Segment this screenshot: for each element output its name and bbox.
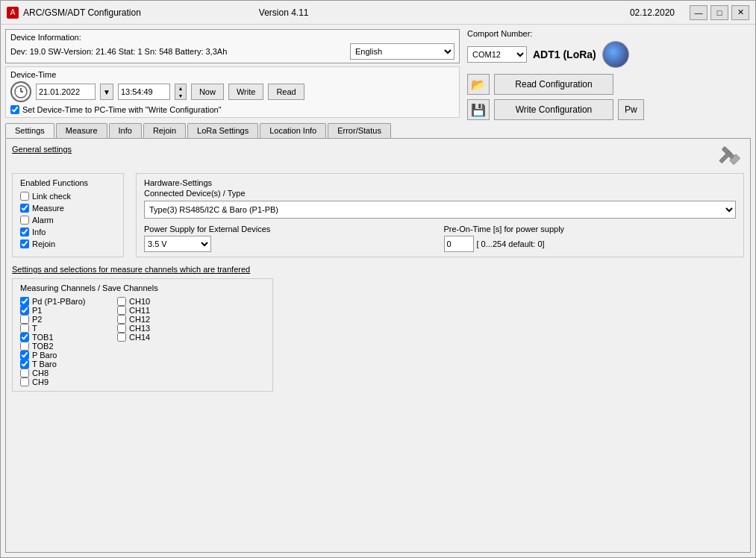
tab-content-settings: General settings Ena xyxy=(5,139,751,553)
rejoin-cb[interactable] xyxy=(20,239,29,248)
chan-ch8-label: CH8 xyxy=(32,369,49,377)
main-window: A ARC/GSM/ADT Configuration Version 4.11… xyxy=(0,0,756,558)
chan-pbaro-cb[interactable] xyxy=(20,351,29,360)
device-type-select[interactable]: Type(3) RS485/I2C & Baro (P1-PB) xyxy=(144,201,736,219)
link-check-label: Link check xyxy=(32,192,71,201)
channels-grid: Pd (P1-PBaro) P1 P2 T xyxy=(20,297,265,386)
left-channels: Pd (P1-PBaro) P1 P2 T xyxy=(20,297,110,386)
check-measure: Measure xyxy=(20,204,116,213)
tabs-bar: Settings Measure Info Rejoin LoRa Settin… xyxy=(5,123,751,139)
language-select[interactable]: English Deutsch Français xyxy=(350,43,454,60)
version-label: Version 4.11 xyxy=(154,7,414,18)
clock-icon xyxy=(10,81,31,102)
chan-ch12: CH12 xyxy=(117,315,207,324)
general-settings-header: General settings xyxy=(12,145,744,173)
read-config-button[interactable]: Read Configuration xyxy=(494,74,613,95)
read-button[interactable]: Read xyxy=(268,84,304,100)
time-input[interactable]: 13:54:49 xyxy=(118,84,170,100)
link-check-cb[interactable] xyxy=(20,192,29,201)
set-time-label: Set Device-Time to PC-Time with "Write C… xyxy=(22,105,222,114)
device-time-row: 21.01.2022 ▼ 13:54:49 ▲ ▼ Now Write Read xyxy=(10,81,454,102)
check-info: Info xyxy=(20,228,116,236)
read-config-row: 📂 Read Configuration xyxy=(467,74,751,95)
close-button[interactable]: ✕ xyxy=(731,5,749,20)
measure-label: Measure xyxy=(32,204,64,213)
minimize-button[interactable]: — xyxy=(690,5,707,20)
chan-tbaro-cb[interactable] xyxy=(20,360,29,369)
date-input[interactable]: 21.01.2022 xyxy=(36,84,96,100)
open-folder-icon[interactable]: 📂 xyxy=(467,74,490,95)
chan-ch12-cb[interactable] xyxy=(117,315,126,324)
device-info-label: Device Information: xyxy=(10,33,454,42)
pw-button[interactable]: Pw xyxy=(618,99,644,120)
maximize-button[interactable]: □ xyxy=(710,5,728,20)
chan-tob1: TOB1 xyxy=(20,333,110,342)
chan-tob2-cb[interactable] xyxy=(20,342,29,351)
chan-p1: P1 xyxy=(20,306,110,315)
now-button[interactable]: Now xyxy=(191,84,224,100)
calendar-btn[interactable]: ▼ xyxy=(100,84,113,100)
chan-ch11-label: CH11 xyxy=(129,306,150,315)
hardware-box: Hardware-Settings Connected Device(s) / … xyxy=(136,173,744,257)
tab-info[interactable]: Info xyxy=(109,123,142,138)
chan-ch8-cb[interactable] xyxy=(20,369,29,377)
chan-t-cb[interactable] xyxy=(20,324,29,333)
pre-on-inner: [ 0...254 default: 0] xyxy=(444,236,737,252)
power-supply-col: Power Supply for External Devices 3.5 V … xyxy=(144,225,437,252)
top-left-panel: Device Information: Dev: 19.0 SW-Version… xyxy=(5,29,460,120)
measure-cb[interactable] xyxy=(20,204,29,213)
info-cb[interactable] xyxy=(20,228,29,236)
comport-controls: COM12 ADT1 (LoRa) xyxy=(467,41,751,68)
tab-measure[interactable]: Measure xyxy=(56,123,107,138)
rejoin-label: Rejoin xyxy=(32,239,55,248)
title-bar: A ARC/GSM/ADT Configuration Version 4.11… xyxy=(1,1,755,25)
chan-p2-label: P2 xyxy=(32,315,42,324)
alarm-label: Alarm xyxy=(32,216,54,225)
chan-t-label: T xyxy=(32,324,37,333)
channels-box: Measuring Channels / Save Channels Pd (P… xyxy=(12,278,273,392)
device-time-box: Device-Time 21.01.2022 ▼ 13:54:49 xyxy=(5,66,460,118)
comport-select[interactable]: COM12 xyxy=(467,46,527,63)
pre-on-range: [ 0...254 default: 0] xyxy=(477,239,545,248)
chan-p1-label: P1 xyxy=(32,306,42,315)
alarm-cb[interactable] xyxy=(20,216,29,225)
app-icon: A xyxy=(7,7,19,19)
chan-p1-cb[interactable] xyxy=(20,306,29,315)
pre-on-input[interactable] xyxy=(444,236,474,252)
write-config-button[interactable]: Write Configuration xyxy=(494,99,613,120)
chan-ch10-cb[interactable] xyxy=(117,297,126,306)
device-info-box: Device Information: Dev: 19.0 SW-Version… xyxy=(5,29,460,63)
power-select[interactable]: 3.5 V 5 V 12 V xyxy=(144,236,211,252)
tab-rejoin[interactable]: Rejoin xyxy=(143,123,186,138)
chan-tob2-label: TOB2 xyxy=(32,342,54,351)
channels-title: Measuring Channels / Save Channels xyxy=(20,283,265,292)
chan-tob1-label: TOB1 xyxy=(32,333,54,342)
chan-ch13-cb[interactable] xyxy=(117,324,126,333)
tab-settings[interactable]: Settings xyxy=(5,123,54,138)
chan-pd-cb[interactable] xyxy=(20,297,29,306)
chan-ch9-cb[interactable] xyxy=(20,377,29,386)
time-up-btn[interactable]: ▲ xyxy=(175,84,186,92)
save-icon[interactable]: 💾 xyxy=(467,99,490,120)
tab-location[interactable]: Location Info xyxy=(260,123,326,138)
chan-ch14-cb[interactable] xyxy=(117,333,126,342)
time-spinner: ▲ ▼ xyxy=(175,84,187,100)
chan-ch10-label: CH10 xyxy=(129,297,150,306)
time-down-btn[interactable]: ▼ xyxy=(175,92,186,99)
write-button[interactable]: Write xyxy=(228,84,263,100)
chan-p2-cb[interactable] xyxy=(20,315,29,324)
set-time-checkbox[interactable] xyxy=(10,105,19,114)
chan-p2: P2 xyxy=(20,315,110,324)
chan-ch13: CH13 xyxy=(117,324,207,333)
channels-section-title: Settings and selections for measure chan… xyxy=(12,265,744,274)
tab-error[interactable]: Error/Status xyxy=(328,123,391,138)
window-controls: — □ ✕ xyxy=(690,5,749,20)
chan-tob1-cb[interactable] xyxy=(20,333,29,342)
chan-ch11-cb[interactable] xyxy=(117,306,126,315)
chan-ch12-label: CH12 xyxy=(129,315,150,324)
main-content: Device Information: Dev: 19.0 SW-Version… xyxy=(1,25,755,557)
tab-lora[interactable]: LoRa Settings xyxy=(187,123,258,138)
chan-ch8: CH8 xyxy=(20,369,110,377)
chan-ch13-label: CH13 xyxy=(129,324,150,333)
top-right-panel: Comport Number: COM12 ADT1 (LoRa) 📂 Read… xyxy=(467,29,751,120)
